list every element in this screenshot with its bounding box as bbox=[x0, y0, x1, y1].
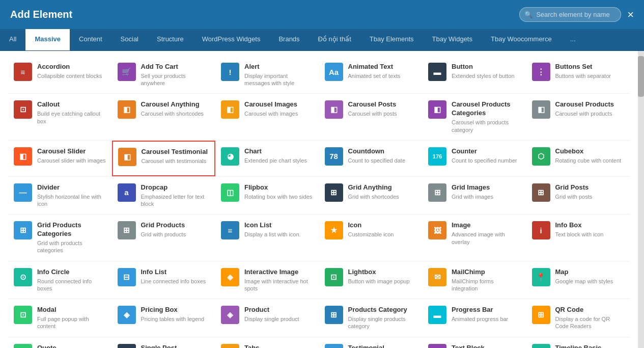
element-desc: Grid with products categories bbox=[37, 239, 106, 254]
tab-more[interactable]: ... bbox=[561, 29, 585, 50]
element-card[interactable]: ◧Carousel ProductsCarousel with products bbox=[526, 94, 630, 140]
element-card[interactable]: ◧Carousel Products CategoriesCarousel wi… bbox=[423, 94, 526, 140]
element-card[interactable]: ⊡ModalFull page popup with content bbox=[8, 299, 112, 336]
element-card[interactable]: ≡AccordionCollapsible content blocks bbox=[8, 56, 112, 93]
tab-all[interactable]: All bbox=[0, 29, 25, 50]
element-card[interactable]: ⊡TabsTabbed content blocks bbox=[215, 337, 319, 348]
element-card[interactable]: ⋮Buttons SetButtons with separator bbox=[526, 56, 630, 93]
element-card[interactable]: ▬ButtonExtended styles of button bbox=[423, 56, 526, 93]
element-desc: Round connected info boxes bbox=[37, 278, 106, 292]
tab-structure[interactable]: Structure bbox=[148, 29, 193, 50]
element-card[interactable]: ⊙Info CircleRound connected info boxes bbox=[8, 261, 112, 299]
element-card[interactable]: ⊞Grid ProductsGrid with products bbox=[112, 215, 216, 260]
element-card[interactable]: TText BlockDisplay a text with font form… bbox=[423, 337, 526, 348]
content-area: ≡AccordionCollapsible content blocks🛒Add… bbox=[0, 51, 644, 348]
element-card[interactable]: !AlertDisplay important messages with st… bbox=[215, 56, 319, 93]
tab-brands[interactable]: Brands bbox=[269, 29, 309, 50]
element-icon: T bbox=[428, 344, 446, 348]
element-icon: ⊞ bbox=[325, 306, 343, 324]
element-card[interactable]: ❝QuoteQuote text block bbox=[8, 337, 112, 348]
element-card[interactable]: 🛒Add To CartSell your products anywhere bbox=[112, 56, 216, 93]
element-card[interactable]: ✉MailChimpMailChimp forms integration bbox=[423, 261, 526, 299]
search-input[interactable] bbox=[519, 7, 621, 22]
element-desc: Carousel with testimonials bbox=[142, 157, 210, 165]
element-card[interactable]: ⊞QR CodeDisplay a code for QR Code Reade… bbox=[526, 299, 630, 336]
element-icon: ⊞ bbox=[14, 221, 32, 239]
element-card[interactable]: iInfo BoxText block with icon bbox=[526, 215, 630, 260]
element-row: ❝QuoteQuote text block⊡Single PostCustom… bbox=[8, 337, 630, 348]
element-card[interactable]: ◧Carousel AnythingCarousel with shortcod… bbox=[112, 94, 216, 140]
element-name: Product bbox=[244, 306, 314, 314]
tab-wordpress-widgets[interactable]: WordPress Widgets bbox=[193, 29, 270, 50]
element-card[interactable]: 📍MapGoogle map with styles bbox=[526, 261, 630, 299]
element-card[interactable]: ◫FlipboxRotating box with two sides bbox=[215, 177, 319, 214]
element-card[interactable]: ◧Carousel ImagesCarousel with images bbox=[215, 94, 319, 140]
element-card[interactable]: 78CountdownCount to specified date bbox=[319, 141, 423, 176]
element-icon: ⊟ bbox=[118, 268, 136, 286]
tab-massive[interactable]: Massive bbox=[25, 29, 70, 50]
tab-content[interactable]: Content bbox=[70, 29, 111, 50]
element-card[interactable]: 🖼ImageAdvanced image with overlay bbox=[423, 215, 526, 260]
element-desc: Carousel with products category bbox=[452, 119, 521, 133]
element-name: Callout bbox=[37, 100, 106, 109]
element-card[interactable]: ⬡CubeboxRotating cube with content bbox=[526, 141, 630, 176]
search-icon: 🔍 bbox=[524, 11, 533, 18]
element-icon: ◕ bbox=[221, 147, 239, 166]
element-card[interactable]: ◈ProductDisplay single product bbox=[215, 299, 319, 336]
element-name: Flipbox bbox=[244, 183, 314, 192]
element-info: Pricing BoxPricing tables with legend bbox=[141, 306, 210, 323]
tab-tbay-widgets[interactable]: Tbay Widgets bbox=[423, 29, 482, 50]
element-desc: Extended pie chart styles bbox=[244, 157, 314, 164]
element-card[interactable]: ◧Carousel SliderCarousel slider with ima… bbox=[8, 141, 112, 176]
element-desc: Animated set of texts bbox=[348, 72, 417, 79]
element-card[interactable]: ▬Progress BarAnimated progress bar bbox=[423, 299, 526, 336]
element-card[interactable]: AaAnimated TextAnimated set of texts bbox=[319, 56, 423, 93]
element-info: IconCustomizable icon bbox=[348, 221, 417, 238]
element-info: Grid PostsGrid with posts bbox=[555, 183, 625, 200]
element-card[interactable]: ≡Icon ListDisplay a list with icon. bbox=[215, 215, 319, 260]
element-card[interactable]: ⊞Grid PostsGrid with posts bbox=[526, 177, 630, 214]
element-desc: Animated progress bar bbox=[452, 315, 521, 323]
element-card[interactable]: ★IconCustomizable icon bbox=[319, 215, 423, 260]
scrollbar-track[interactable] bbox=[638, 51, 644, 348]
element-row: —DividerStylish horizontal line with ico… bbox=[8, 176, 630, 214]
element-card[interactable]: ⊞Grid Products CategoriesGrid with produ… bbox=[8, 215, 112, 260]
element-card[interactable]: ⊟Info ListLine connected info boxes bbox=[112, 261, 216, 299]
element-card[interactable]: ◧Carousel PostsCarousel with posts bbox=[319, 94, 423, 140]
element-icon: ★ bbox=[325, 221, 343, 239]
element-name: Carousel Anything bbox=[141, 100, 210, 109]
tab-social[interactable]: Social bbox=[111, 29, 148, 50]
element-icon: Aa bbox=[325, 63, 343, 81]
element-card[interactable]: ◧Carousel TestimonialCarousel with testi… bbox=[112, 141, 216, 176]
element-card[interactable]: ⊞Grid AnythingGrid with shortcodes bbox=[319, 177, 423, 214]
element-name: Grid Products Categories bbox=[37, 221, 106, 238]
element-desc: Display single products category bbox=[348, 315, 417, 330]
element-info: Grid AnythingGrid with shortcodes bbox=[348, 183, 417, 200]
element-card[interactable]: ⊡CalloutBuild eye catching callout box bbox=[8, 94, 112, 140]
element-card[interactable]: ⊡LightboxButton with image popup bbox=[319, 261, 423, 299]
element-card[interactable]: —DividerStylish horizontal line with ico… bbox=[8, 177, 112, 214]
element-name: Lightbox bbox=[348, 268, 417, 277]
element-card[interactable]: ◕ChartExtended pie chart styles bbox=[215, 141, 319, 176]
element-card[interactable]: ⊞Products CategoryDisplay single product… bbox=[319, 299, 423, 336]
element-card[interactable]: ◈Interactive ImageImage with interactive… bbox=[215, 261, 319, 299]
element-card[interactable]: ⊡Single PostCustomizable post with many … bbox=[112, 337, 216, 348]
element-card[interactable]: ◈Pricing BoxPricing tables with legend bbox=[112, 299, 216, 336]
close-button[interactable]: × bbox=[627, 9, 634, 20]
element-card[interactable]: 176CounterCount to specified number bbox=[423, 141, 526, 176]
tab-tbay-elements[interactable]: Tbay Elements bbox=[360, 29, 423, 50]
scrollbar-thumb bbox=[638, 56, 644, 97]
tab-tbay-woocommerce[interactable]: Tbay Woocommerce bbox=[482, 29, 561, 50]
element-icon: ◧ bbox=[428, 100, 446, 119]
element-card[interactable]: aDropcapEmphasized letter for text block bbox=[112, 177, 216, 214]
element-card[interactable]: ❝TestimonialStylish recommendation box bbox=[319, 337, 423, 348]
element-card[interactable]: ⊞Grid ImagesGrid with images bbox=[423, 177, 526, 214]
element-card[interactable]: ⊟Timeline BasicSimple timeline shortcode bbox=[526, 337, 630, 348]
element-info: DividerStylish horizontal line with icon bbox=[37, 183, 106, 207]
element-icon: ◈ bbox=[221, 306, 239, 324]
element-desc: Rotating cube with content bbox=[555, 157, 625, 164]
element-name: Divider bbox=[37, 183, 106, 192]
element-icon: ⊙ bbox=[14, 268, 32, 286]
tab-do-noi-that[interactable]: Đồ nội thất bbox=[309, 29, 360, 50]
element-name: Dropcap bbox=[141, 183, 210, 192]
